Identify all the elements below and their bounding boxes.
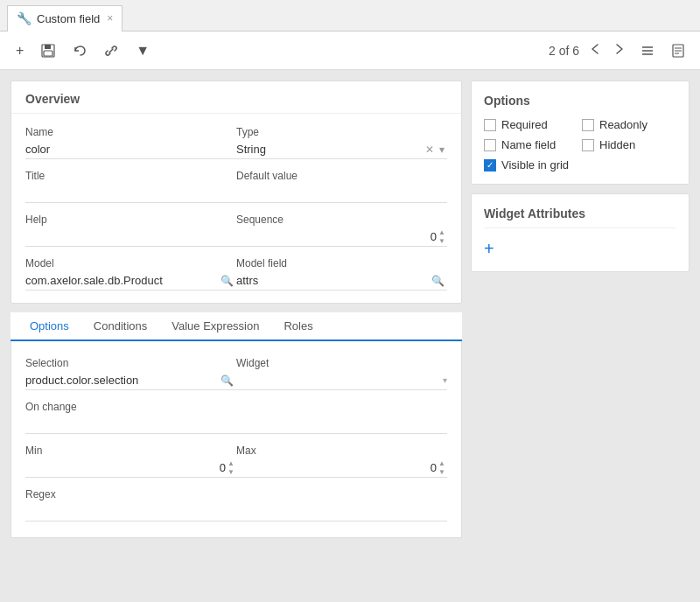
hidden-checkbox[interactable] [582, 139, 594, 151]
overview-header: Overview [11, 81, 461, 114]
selection-input[interactable] [25, 371, 218, 389]
name-field-checkbox[interactable] [484, 139, 496, 151]
sequence-spinner: ▲ ▼ [236, 228, 447, 247]
tab-close-button[interactable]: × [107, 12, 113, 24]
required-checkbox[interactable] [484, 119, 496, 131]
max-label: Max [236, 444, 447, 457]
min-spinner: ▲ ▼ [25, 458, 236, 478]
on-change-field: On change [25, 396, 447, 439]
prev-button[interactable] [586, 40, 604, 61]
tab-icon: 🔧 [17, 11, 32, 25]
title-field: Title [25, 164, 236, 208]
tab-label: Custom field [37, 12, 100, 25]
title-input[interactable] [25, 184, 236, 203]
tabs-section: Options Conditions Value Expression Role… [10, 312, 462, 538]
min-spinner-buttons: ▲ ▼ [226, 459, 236, 476]
sequence-increment[interactable]: ▲ [437, 228, 447, 237]
more-button[interactable]: ▼ [130, 39, 155, 62]
right-panel: Options Required Readonly Name field [471, 80, 690, 592]
help-input[interactable] [25, 228, 236, 247]
next-button[interactable] [611, 40, 628, 61]
model-input[interactable] [25, 271, 218, 290]
tab-options[interactable]: Options [18, 312, 81, 341]
default-value-field: Default value [236, 164, 447, 208]
widget-field: Widget ▾ [236, 352, 447, 396]
save-button[interactable] [36, 40, 60, 61]
type-input-wrapper: ✕ ▾ [236, 140, 447, 159]
type-label: Type [236, 126, 447, 138]
widget-attrs-add-button[interactable]: + [484, 239, 494, 259]
widget-select[interactable] [236, 371, 443, 389]
default-value-input[interactable] [236, 184, 447, 203]
widget-attrs-add-icon: + [484, 239, 494, 259]
list-view-button[interactable] [635, 40, 660, 61]
options-card: Options Required Readonly Name field [471, 80, 690, 185]
selection-input-wrapper: 🔍 [25, 371, 236, 390]
hidden-row: Hidden [582, 138, 676, 151]
widget-attrs-title: Widget Attributes [484, 206, 676, 228]
required-row: Required [484, 118, 578, 131]
add-button[interactable]: + [10, 39, 29, 62]
type-dropdown-icon[interactable]: ▾ [437, 144, 447, 156]
min-input[interactable] [25, 458, 226, 477]
undo-button[interactable] [67, 40, 92, 61]
max-input[interactable] [236, 458, 437, 477]
main-content: Overview Name Type ✕ ▾ [0, 70, 700, 602]
max-decrement[interactable]: ▼ [437, 468, 447, 477]
type-field: Type ✕ ▾ [236, 121, 447, 164]
model-search-icon[interactable]: 🔍 [218, 275, 236, 287]
tab-conditions[interactable]: Conditions [81, 312, 159, 341]
widget-label: Widget [236, 357, 447, 369]
min-decrement[interactable]: ▼ [226, 468, 236, 477]
model-field-input-wrapper: 🔍 [236, 271, 447, 290]
name-field-row: Name field [484, 138, 578, 151]
sequence-input[interactable] [236, 228, 437, 246]
name-input[interactable] [25, 140, 236, 159]
regex-field: Regex [25, 483, 447, 527]
max-increment[interactable]: ▲ [437, 459, 447, 468]
toolbar-left: + ▼ [10, 39, 549, 62]
hidden-label: Hidden [599, 138, 635, 151]
type-input[interactable] [236, 140, 423, 158]
help-label: Help [25, 214, 236, 226]
sequence-decrement[interactable]: ▼ [437, 237, 447, 246]
visible-in-grid-row: Visible in grid [484, 158, 676, 172]
max-spinner: ▲ ▼ [236, 458, 447, 478]
tabs-bar: Options Conditions Value Expression Role… [10, 312, 462, 341]
selection-search-icon[interactable]: 🔍 [218, 374, 236, 387]
sequence-field: Sequence ▲ ▼ [236, 208, 447, 252]
selection-label: Selection [25, 357, 236, 369]
visible-in-grid-checkbox[interactable] [484, 159, 496, 172]
min-label: Min [25, 444, 236, 457]
readonly-checkbox[interactable] [582, 119, 594, 131]
left-panel: Overview Name Type ✕ ▾ [10, 80, 462, 592]
min-field: Min ▲ ▼ [25, 439, 236, 483]
custom-field-tab[interactable]: 🔧 Custom field × [7, 5, 122, 32]
model-label: Model [25, 257, 236, 270]
regex-input[interactable] [25, 502, 447, 522]
model-field-input[interactable] [236, 271, 429, 290]
options-card-title: Options [484, 94, 676, 108]
type-clear-icon[interactable]: ✕ [423, 144, 437, 156]
readonly-row: Readonly [582, 118, 676, 131]
readonly-label: Readonly [599, 118, 648, 131]
on-change-input[interactable] [25, 415, 447, 434]
tab-value-expression[interactable]: Value Expression [159, 312, 271, 341]
sequence-label: Sequence [236, 214, 447, 226]
min-increment[interactable]: ▲ [226, 459, 236, 468]
widget-select-arrow: ▾ [443, 375, 447, 385]
svg-rect-1 [45, 45, 51, 49]
link-button[interactable] [99, 40, 123, 61]
title-label: Title [25, 170, 236, 182]
widget-select-wrapper: ▾ [236, 371, 447, 390]
toolbar-right: 2 of 6 [549, 40, 690, 61]
overview-form: Name Type ✕ ▾ Title [11, 114, 461, 303]
help-field: Help [25, 208, 236, 252]
doc-view-button[interactable] [667, 40, 690, 61]
visible-in-grid-label: Visible in grid [501, 158, 569, 172]
tab-roles[interactable]: Roles [271, 312, 325, 341]
svg-rect-2 [44, 51, 52, 56]
max-spinner-buttons: ▲ ▼ [437, 459, 447, 476]
overview-card: Overview Name Type ✕ ▾ [10, 80, 462, 304]
model-field-search-icon[interactable]: 🔍 [429, 275, 447, 287]
